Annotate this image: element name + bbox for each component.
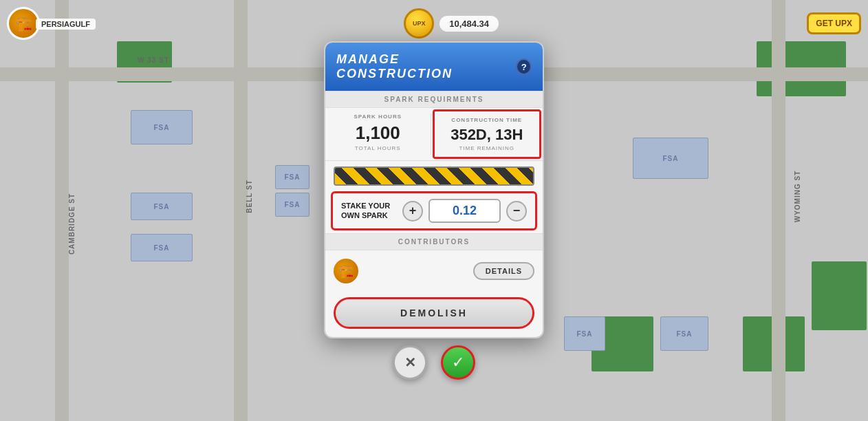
user-avatar[interactable]: 🏗️ <box>7 7 40 40</box>
cambridge-st-label: CAMBRIDGE ST <box>68 193 76 255</box>
spark-requirements-label: SPARK REQUIRMENTS <box>325 91 543 108</box>
cancel-button[interactable]: ✕ <box>393 345 427 380</box>
stat-divider <box>431 114 431 155</box>
stake-value: 0.12 <box>428 199 501 223</box>
user-section: 🏗️ PERSIAGULF <box>7 7 96 40</box>
contributor-avatar: 🏗️ <box>334 259 358 283</box>
w33st-label: W 33 ST <box>138 56 169 64</box>
road-v <box>772 0 785 421</box>
road-v <box>55 0 69 421</box>
stake-minus-button[interactable]: − <box>506 201 527 222</box>
contributors-section: 🏗️ DETAILS <box>325 250 543 292</box>
stats-row: SPARK HOURS 1,100 TOTAL HOURS CONSTRUCTI… <box>325 108 543 161</box>
modal-footer: ✕ ✓ <box>393 345 475 380</box>
fsa-block: FSA <box>660 316 708 351</box>
wyoming-st-label: WYOMING ST <box>794 171 801 223</box>
time-remaining-label: TIME REMAINING <box>443 145 532 151</box>
upx-amount: 10,484.34 <box>440 16 499 32</box>
contributor-row: 🏗️ DETAILS <box>334 255 534 288</box>
demolish-button[interactable]: DEMOLISH <box>334 297 534 329</box>
manage-construction-modal: MANAGE CONSTRUCTION ? SPARK REQUIRMENTS … <box>324 41 544 338</box>
help-button[interactable]: ? <box>516 58 532 75</box>
confirm-button[interactable]: ✓ <box>441 345 475 380</box>
stake-label: STAKE YOUR OWN SPARK <box>341 202 397 219</box>
total-hours-label: TOTAL HOURS <box>334 145 422 151</box>
construction-time-value: 352D, 13H <box>443 126 532 144</box>
demolish-section: DEMOLISH <box>325 292 543 337</box>
stake-section: STAKE YOUR OWN SPARK + 0.12 − <box>331 191 537 230</box>
fsa-block: FSA <box>275 165 310 189</box>
hazard-stripe <box>334 166 534 186</box>
fsa-block: FSA <box>633 138 708 179</box>
top-bar: 🏗️ PERSIAGULF UPX 10,484.34 GET UPX <box>0 7 868 40</box>
stake-plus-button[interactable]: + <box>402 201 423 222</box>
fsa-block: FSA <box>131 110 193 144</box>
get-upx-button[interactable]: GET UPX <box>807 12 861 34</box>
spark-hours-box: SPARK HOURS 1,100 TOTAL HOURS <box>325 108 431 160</box>
fsa-block: FSA <box>275 193 310 217</box>
spark-hours-label: SPARK HOURS <box>334 114 422 120</box>
bell-st-label: BELL ST <box>246 180 253 213</box>
fsa-block: FSA <box>131 234 193 261</box>
spark-hours-value: 1,100 <box>334 122 422 144</box>
fsa-block: FSA <box>564 316 605 351</box>
details-button[interactable]: DETAILS <box>473 262 534 280</box>
modal-title: MANAGE CONSTRUCTION <box>336 52 509 81</box>
username-badge: PERSIAGULF <box>36 19 96 30</box>
construction-time-label: CONSTRUCTION TIME <box>443 117 532 123</box>
modal-overlay: MANAGE CONSTRUCTION ? SPARK REQUIRMENTS … <box>324 41 544 380</box>
upx-badge: UPX 10,484.34 <box>404 8 499 39</box>
modal-header: MANAGE CONSTRUCTION ? <box>325 43 543 91</box>
contributors-label: CONTRIBUTORS <box>325 233 543 250</box>
upx-coin-icon[interactable]: UPX <box>404 8 434 39</box>
green-block <box>812 261 867 330</box>
construction-time-box: CONSTRUCTION TIME 352D, 13H TIME REMAINI… <box>433 109 542 159</box>
fsa-block: FSA <box>131 193 193 220</box>
